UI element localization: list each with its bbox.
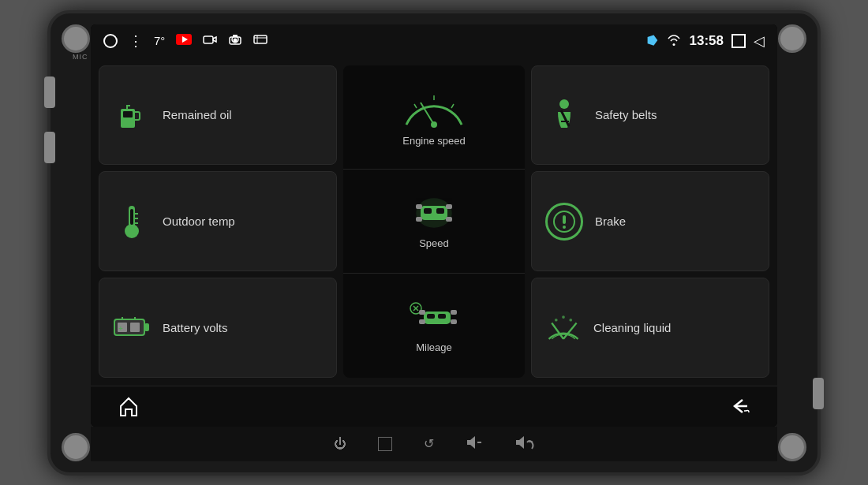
safety-belts-label: Safety belts [595,108,657,121]
battery-volts-tile[interactable]: + - Battery volts [99,278,337,378]
svg-text:+: + [118,324,123,333]
corner-mount-bl [62,433,90,461]
svg-rect-35 [436,208,444,214]
corner-mount-br [778,433,806,461]
speed-label: Speed [419,237,449,249]
wifi-icon [666,33,682,48]
left-button-top[interactable] [44,76,55,108]
svg-point-55 [563,226,566,229]
back-button[interactable] [725,392,754,420]
svg-text:-: - [131,324,133,333]
bottom-bar [91,386,777,427]
svg-point-5 [234,38,238,42]
center-column: Engine speed [343,65,525,378]
safety-belts-tile[interactable]: Safety belts [531,65,769,166]
engine-speed-panel[interactable]: Engine speed [343,65,525,170]
wiper-icon [544,312,582,343]
svg-rect-13 [130,209,133,225]
svg-point-50 [559,99,569,109]
seatbelt-icon [544,95,584,135]
temperature-display: 7° [154,34,165,47]
outdoor-temp-label: Outdoor temp [163,215,235,228]
svg-rect-6 [233,35,238,37]
cleaning-liquid-tile[interactable]: Cleaning liquid [531,278,769,378]
svg-rect-38 [416,217,422,222]
status-right: ⭓ 13:58 ◁ [647,32,765,50]
device-body: MIC ⋮ 7° [47,10,821,476]
home-phys-button[interactable] [378,437,392,451]
vol-down-button[interactable] [466,435,483,453]
remained-oil-tile[interactable]: Remained oil [99,65,337,166]
svg-rect-7 [254,35,267,43]
remained-oil-label: Remained oil [163,108,232,121]
svg-line-26 [414,104,417,108]
svg-rect-37 [446,204,452,209]
svg-rect-34 [424,208,432,214]
mileage-car-svg [406,297,462,337]
svg-line-28 [451,104,454,108]
svg-point-59 [562,315,565,319]
svg-rect-10 [125,125,131,127]
brake-tile[interactable]: Brake [531,171,769,271]
svg-rect-47 [451,310,457,315]
right-button-bot[interactable] [813,378,824,409]
corner-mount-tr [778,24,806,53]
svg-rect-54 [563,215,566,224]
time-display: 13:58 [690,33,724,49]
right-column: Safety belts Bra [531,65,769,378]
brake-label: Brake [595,215,626,228]
svg-rect-48 [419,319,425,324]
svg-rect-49 [451,319,457,324]
svg-rect-45 [438,314,446,319]
thermometer-icon [112,202,152,241]
screen: ⋮ 7° ⭓ [91,24,777,427]
bluetooth-icon: ⭓ [647,33,658,48]
corner-mount-tl [62,24,90,53]
camera1-icon[interactable] [203,34,217,48]
youtube-icon[interactable] [176,34,192,47]
svg-rect-36 [416,204,422,209]
speed-panel[interactable]: Speed [343,170,525,274]
mileage-label: Mileage [416,341,452,353]
back-arrow-icon[interactable]: ◁ [754,32,765,50]
svg-point-31 [431,121,437,128]
camera3-icon[interactable] [253,34,268,48]
back-phys-button[interactable]: ↺ [424,436,434,451]
camera2-icon[interactable] [228,34,242,48]
power-button[interactable]: ⏻ [334,437,346,451]
svg-rect-39 [446,217,452,222]
svg-rect-46 [419,310,425,315]
home-icon[interactable] [103,34,118,48]
home-button[interactable] [114,392,143,420]
brake-icon [544,202,584,241]
main-content: Remained oil Outdoor tem [91,58,777,386]
svg-rect-18 [144,323,149,331]
window-icon[interactable] [731,34,746,48]
svg-rect-9 [123,111,133,118]
mic-label: MIC [73,53,88,61]
svg-point-60 [569,319,572,322]
speedometer-svg [398,87,470,130]
left-column: Remained oil Outdoor tem [99,65,337,378]
battery-icon: + - [112,308,152,347]
speed-car-svg [406,193,462,233]
mileage-panel[interactable]: Mileage [343,274,525,377]
battery-volts-label: Battery volts [163,321,228,334]
svg-rect-44 [427,314,435,319]
svg-point-58 [555,319,558,322]
physical-button-bar: ⏻ ↺ [91,427,777,461]
menu-icon[interactable]: ⋮ [129,32,143,50]
status-left: ⋮ 7° [103,32,268,50]
outdoor-temp-tile[interactable]: Outdoor temp [99,171,337,271]
vol-up-button[interactable] [514,435,535,453]
left-button-mid[interactable] [44,132,55,163]
engine-speed-label: Engine speed [402,135,466,147]
status-bar: ⋮ 7° ⭓ [91,24,777,58]
cleaning-liquid-label: Cleaning liquid [593,321,671,334]
oil-icon [112,95,152,135]
svg-point-12 [125,224,139,238]
svg-rect-2 [204,36,213,43]
